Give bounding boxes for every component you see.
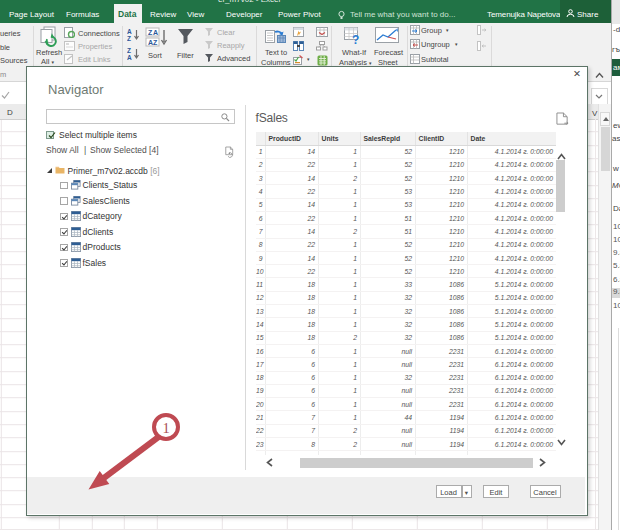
svg-text:Z: Z: [153, 39, 158, 46]
svg-text:Z: Z: [127, 47, 131, 54]
svg-text:A: A: [127, 28, 132, 35]
svg-text:A: A: [127, 54, 132, 60]
svg-text:Z: Z: [127, 35, 131, 41]
svg-text:A: A: [153, 29, 158, 36]
svg-text:?: ?: [352, 33, 359, 45]
